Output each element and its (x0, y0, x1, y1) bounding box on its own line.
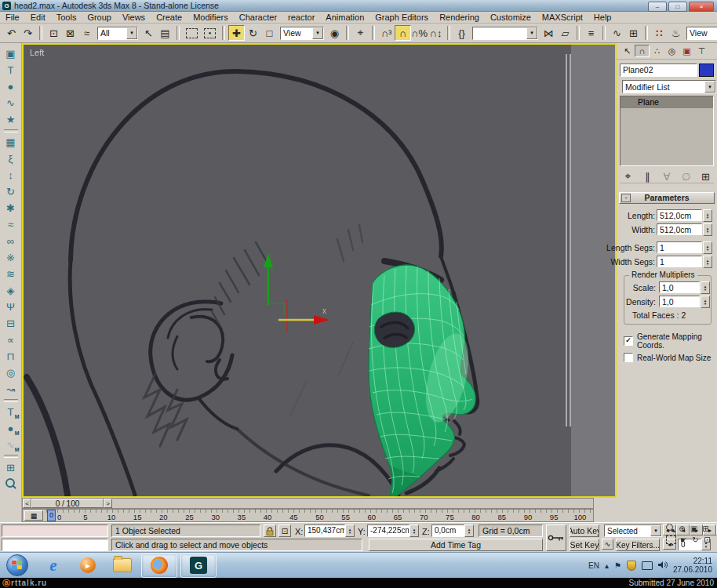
parameters-rollout-header[interactable]: - Parameters (619, 192, 715, 204)
zoom-extents-all-icon[interactable]: ⊞ (700, 523, 712, 534)
show-end-result-icon[interactable]: ∥ (639, 169, 656, 184)
tab-display-icon[interactable]: ▣ (679, 45, 694, 57)
absolute-mode-toggle-icon[interactable]: ⊡ (278, 524, 291, 537)
set-keys-button[interactable] (546, 524, 566, 551)
select-and-move-icon[interactable]: ✚ (228, 25, 245, 41)
spinner-snap-toggle-icon[interactable]: ∩↕ (428, 25, 444, 41)
select-and-link-icon[interactable]: ⊡ (45, 25, 62, 41)
layer-manager-icon[interactable]: ≡ (583, 25, 599, 41)
reactor-prismatic-constraint-icon[interactable]: ⊓ (2, 349, 20, 364)
make-unique-icon[interactable]: ∀ (659, 169, 675, 184)
menu-item-tools[interactable]: Tools (51, 13, 82, 22)
percent-snap-toggle-icon[interactable]: ∩% (411, 25, 428, 41)
select-and-rotate-icon[interactable]: ↻ (245, 25, 261, 41)
select-by-name-icon[interactable]: ▤ (157, 25, 173, 41)
scale-field[interactable]: 1,0 (659, 281, 700, 293)
bind-to-space-warp-icon[interactable]: ≈ (78, 25, 95, 41)
select-and-manipulate-icon[interactable]: ⌖ (352, 25, 369, 41)
zoom-extents-icon[interactable]: ▣ (688, 523, 700, 534)
action-center-flag-icon[interactable]: ⚑ (614, 561, 621, 570)
selection-set-dropdown[interactable]: Selected ▼ (604, 524, 662, 537)
named-selection-dropdown[interactable]: ▼ (472, 27, 538, 40)
modifier-list-dropdown[interactable]: Modifier List ▼ (622, 80, 716, 93)
z-coord-spinner[interactable]: ▴▾ (464, 524, 474, 537)
chevron-down-icon[interactable]: ▼ (126, 27, 137, 39)
rectangular-selection-region-icon[interactable] (186, 28, 198, 38)
add-time-tag[interactable]: Add Time Tag (369, 539, 543, 551)
maxscript-mini-listener-macro[interactable] (2, 524, 108, 537)
undo-icon[interactable]: ↶ (3, 25, 20, 41)
reactor-soft-body-modifier-icon[interactable]: ● (2, 421, 20, 436)
selection-lock-toggle[interactable] (264, 524, 276, 537)
window-crossing-toggle-icon[interactable]: ● (204, 28, 216, 38)
chevron-down-icon[interactable]: ▼ (312, 27, 323, 39)
reactor-rigid-body-collection-icon[interactable]: ▣ (2, 46, 20, 61)
reactor-deforming-mesh-collection-icon[interactable]: ★ (2, 112, 20, 127)
z-coord-field[interactable]: 0,0cm (431, 524, 464, 537)
menu-item-customize[interactable]: Customize (485, 13, 537, 22)
taskbar-media-player-button[interactable]: ► (76, 555, 100, 575)
viewport-left[interactable]: x Left (22, 43, 617, 498)
x-coord-field[interactable]: 150,437cm (304, 524, 345, 537)
reactor-cloth-collection-icon[interactable]: T (2, 63, 20, 78)
scale-spinner[interactable]: ▴▾ (701, 281, 710, 294)
time-slider-prev-button[interactable]: < (23, 499, 31, 508)
pin-stack-icon[interactable]: ⌖ (620, 169, 636, 184)
menu-item-character[interactable]: Character (234, 13, 282, 22)
reactor-water-icon[interactable]: ≋ (2, 267, 20, 281)
menu-item-maxscript[interactable]: MAXScript (537, 13, 588, 22)
align-icon[interactable]: ▱ (557, 25, 573, 41)
track-bar[interactable]: ▦ 05101520253035404550556065707580859095… (22, 509, 594, 522)
x-coord-spinner[interactable]: ▴▾ (345, 524, 355, 537)
width-field[interactable]: 512,0cm (657, 223, 702, 235)
start-button[interactable] (6, 554, 28, 576)
width-spinner[interactable]: ▴▾ (703, 223, 712, 236)
reactor-rope-modifier-icon[interactable]: ∿ (2, 437, 20, 452)
restore-button[interactable]: □ (668, 2, 687, 12)
reactor-rope-collection-icon[interactable]: ∿ (2, 96, 20, 111)
selection-filter-dropdown[interactable]: All ▼ (97, 27, 138, 40)
menu-item-group[interactable]: Group (82, 13, 117, 22)
reactor-constraint-solver-icon[interactable]: ◈ (2, 283, 20, 298)
modifier-stack-item-plane[interactable]: Plane (621, 96, 713, 108)
zoom-all-icon[interactable]: ⊕ (676, 523, 688, 534)
arc-rotate-icon[interactable]: ↻ (690, 534, 701, 545)
y-coord-field[interactable]: -274,225cm (367, 524, 409, 537)
menu-item-animation[interactable]: Animation (320, 13, 369, 22)
viewport-canvas[interactable]: x Left (24, 45, 615, 496)
reactor-point-path-constraint-icon[interactable]: ↝ (2, 382, 20, 397)
angle-snap-toggle-icon[interactable]: ∩ (395, 25, 411, 41)
frame-marker[interactable]: 0 (47, 510, 56, 521)
tab-utilities-icon[interactable]: ⊤ (694, 45, 709, 57)
menu-item-edit[interactable]: Edit (25, 13, 51, 22)
tab-motion-icon[interactable]: ◎ (664, 45, 679, 57)
menu-item-modifiers[interactable]: Modifiers (187, 13, 234, 22)
reactor-linear-dashpot-icon[interactable]: ↕ (2, 168, 20, 183)
menu-item-graph-editors[interactable]: Graph Editors (369, 13, 434, 22)
pan-view-icon[interactable]: ☛ (678, 534, 690, 545)
taskbar-ie-button[interactable]: e (42, 555, 65, 575)
default-in-out-tangents[interactable]: ∿ (602, 539, 613, 550)
y-coord-spinner[interactable]: ▴▾ (409, 524, 419, 537)
chevron-down-icon[interactable]: ▼ (704, 81, 715, 93)
chevron-down-icon[interactable]: ▼ (650, 525, 661, 536)
set-key-button[interactable]: Set Key (570, 539, 599, 551)
menu-item-reactor[interactable]: reactor (282, 13, 320, 22)
maxscript-mini-listener[interactable] (2, 539, 108, 551)
object-color-swatch[interactable] (699, 64, 714, 77)
real-world-map-checkbox[interactable] (624, 353, 633, 362)
length-segs-field[interactable]: 1 (657, 241, 702, 253)
remove-modifier-icon[interactable]: ∅ (678, 169, 694, 184)
taskbar-3dsmax-button[interactable]: G (180, 554, 217, 578)
region-zoom-icon[interactable] (666, 535, 676, 544)
auto-key-button[interactable]: Auto Key (570, 524, 599, 537)
redo-icon[interactable]: ↷ (20, 25, 36, 41)
open-mini-curve-editor-button[interactable]: ▦ (24, 510, 43, 521)
curve-editor-icon[interactable]: ∿ (609, 25, 625, 41)
min-max-toggle-icon[interactable]: ⊡ (701, 534, 713, 545)
reactor-spring-icon[interactable]: ξ (2, 151, 20, 166)
close-button[interactable]: × (689, 2, 714, 12)
reactor-motor-icon[interactable]: ✱ (2, 201, 20, 216)
density-spinner[interactable]: ▴▾ (701, 296, 710, 308)
render-scene-dialog-icon[interactable]: ♨ (668, 25, 684, 41)
